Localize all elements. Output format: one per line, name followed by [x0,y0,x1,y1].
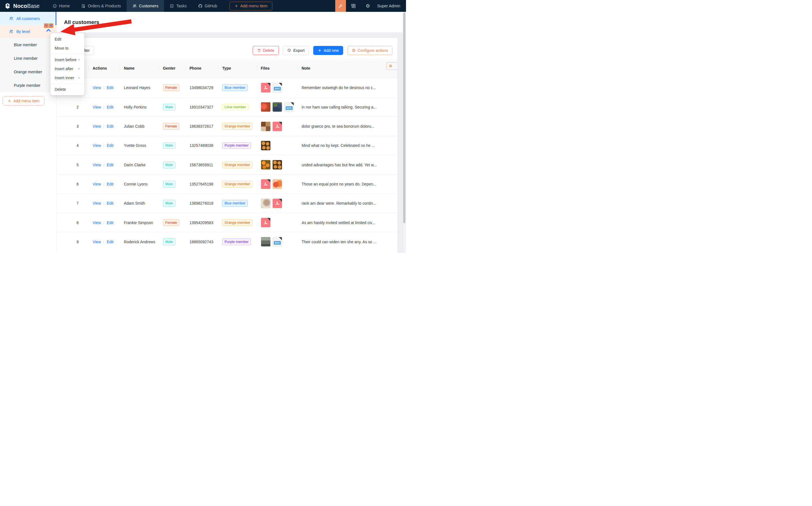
table-row: 3View|EditJulian CobbFemale18638372617Or… [57,116,397,136]
image-attachment-thumbnail[interactable] [272,160,282,170]
nav-item-github[interactable]: GitHub [192,0,223,12]
image-attachment-thumbnail[interactable] [261,198,271,208]
edit-link[interactable]: Edit [106,163,113,167]
sidebar-add-menu-item-button[interactable]: Add menu item [3,96,45,106]
cell-files [257,160,298,170]
page-title: All customers [64,19,99,25]
scrollbar-thumb[interactable] [403,12,405,223]
row-actions: View|Edit [89,85,120,90]
plus-icon [318,49,322,53]
column-header-files[interactable]: Files [257,59,298,78]
link-separator: | [103,124,105,129]
configure-actions-button[interactable]: ⚙ Configure actions [347,46,393,55]
nav-item-home[interactable]: Home [47,0,76,12]
view-link[interactable]: View [93,201,101,205]
edit-link[interactable]: Edit [106,85,113,90]
view-link[interactable]: View [93,143,101,148]
sidebar-subitem-lime-member[interactable]: Lime member [0,52,56,65]
edit-link[interactable]: Edit [106,201,113,205]
customers-icon [133,4,137,8]
cell-files [257,218,298,228]
gender-badge: Male [163,104,175,110]
view-link[interactable]: View [93,163,101,167]
cell-gender: Female [159,123,185,130]
context-menu-item-insert-after[interactable]: Insert after [51,64,84,73]
edit-link[interactable]: Edit [106,182,113,186]
export-button-label: Export [293,48,305,53]
column-header-genter[interactable]: Genter [159,59,185,78]
sidebar-item-all-customers[interactable]: All customers [0,12,56,25]
link-separator: | [103,85,105,90]
context-menu-item-insert-before[interactable]: Insert before [51,55,84,64]
image-attachment-thumbnail[interactable] [261,102,271,112]
sidebar-subitem-purple-member[interactable]: Purple member [0,79,56,92]
image-attachment-thumbnail[interactable] [261,121,271,132]
nav-item-orders-products[interactable]: Orders & Products [76,0,127,12]
image-attachment-thumbnail[interactable] [261,141,271,151]
drag-move-handle[interactable] [44,23,49,28]
doc-file-icon[interactable]: DOC [272,237,282,247]
column-header-name[interactable]: Name [120,59,159,78]
logo-text-base: Base [27,3,39,9]
nocobase-logo[interactable]: NocoBase [4,3,40,9]
image-attachment-thumbnail[interactable] [272,179,282,189]
context-menu-item-delete[interactable]: Delete [51,85,84,94]
move-icon [45,24,48,27]
settings-gear-icon[interactable]: ⚙ [365,3,371,9]
doc-file-icon[interactable]: DOC [272,83,282,92]
image-attachment-thumbnail[interactable] [272,102,282,112]
cell-gender: Male [159,200,185,206]
vertical-scrollbar[interactable] [403,12,406,253]
ui-editor-button[interactable] [335,0,346,12]
view-link[interactable]: View [93,124,101,129]
column-header-note[interactable]: Note [298,59,391,78]
cell-type: Orange member [218,219,257,226]
pdf-file-icon[interactable] [261,179,271,189]
column-header-phone[interactable]: Phone [185,59,218,78]
table-header: ActionsNameGenterPhoneTypeFilesNote [57,59,397,78]
add-new-button[interactable]: Add new [313,46,343,55]
view-link[interactable]: View [93,182,101,186]
gender-badge: Male [163,162,175,168]
plugin-manager-button[interactable] [350,3,356,9]
view-link[interactable]: View [93,240,101,244]
edit-link[interactable]: Edit [106,143,113,148]
view-link[interactable]: View [93,85,101,90]
view-link[interactable]: View [93,221,101,225]
context-menu-item-move-to[interactable]: Move to [51,44,84,53]
view-link[interactable]: View [93,105,101,109]
pdf-file-icon[interactable] [261,218,271,228]
sidebar-subitem-label: Lime member [14,56,38,61]
configure-columns-button[interactable]: ⚙ [386,62,398,70]
doc-file-icon[interactable]: DOC [284,102,294,112]
nav-item-tasks[interactable]: Tasks [164,0,192,12]
cell-name: Adam Smith [120,201,159,205]
chevron-right-icon [77,76,81,80]
column-header-actions[interactable]: Actions [89,59,120,78]
pdf-file-icon[interactable] [272,121,282,132]
sidebar-subitem-orange-member[interactable]: Orange member [0,65,56,79]
delete-button[interactable]: Delete [253,46,279,55]
context-menu-item-insert-inner[interactable]: Insert inner [51,73,84,82]
designer-menu-button[interactable] [49,23,53,28]
column-header-type[interactable]: Type [218,59,257,78]
edit-link[interactable]: Edit [106,124,113,129]
pdf-file-icon[interactable] [261,83,271,92]
nav-item-customers[interactable]: Customers [127,0,164,12]
image-attachment-thumbnail[interactable] [261,160,271,170]
navbar-add-menu-item-button[interactable]: Add menu item [230,2,272,10]
edit-link[interactable]: Edit [106,221,113,225]
chevron-right-icon [77,67,81,71]
context-menu-item-edit[interactable]: Edit [51,35,84,44]
page-header: All customers [57,12,403,32]
pdf-file-icon[interactable] [272,198,282,208]
edit-link[interactable]: Edit [106,240,113,244]
user-menu[interactable]: Super Admin [377,4,400,8]
image-attachment-thumbnail[interactable] [261,237,271,247]
export-button[interactable]: Export [283,46,309,55]
cell-type: Purple member [218,142,257,149]
sidebar-subitem-blue-member[interactable]: Blue member [0,38,56,52]
sidebar-item-by-level[interactable]: By level [0,25,56,38]
edit-link[interactable]: Edit [106,105,113,109]
link-separator: | [103,182,105,186]
